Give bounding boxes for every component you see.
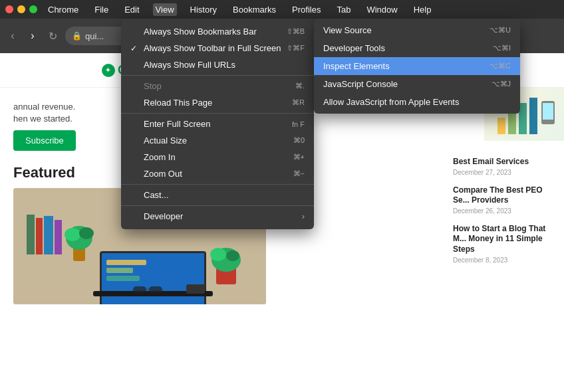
allow-js-apple-events-label: Allow JavaScript from Apple Events [323,97,459,107]
article-item-2: Compare The Best PEO Se... Providers Dec… [453,185,559,215]
menu-profiles[interactable]: Profiles [289,3,323,16]
dropdown-section-2: Stop ⌘. Reload This Page ⌘R [121,76,314,114]
menu-help[interactable]: Help [411,3,434,16]
javascript-console-label: JavaScript Console [323,79,398,89]
close-button[interactable] [5,5,13,13]
actual-size-shortcut: ⌘0 [293,136,305,145]
dev-inspect-elements[interactable]: Inspect Elements ⌥⌘C [314,57,520,75]
svg-rect-18 [106,268,133,273]
forward-button[interactable]: › [25,29,40,43]
dev-view-source[interactable]: View Source ⌥⌘U [314,21,520,39]
toolbar-shortcut: ⇧⌘F [287,44,305,52]
menu-enter-full-screen[interactable]: Enter Full Screen fn F [121,116,314,132]
menu-view[interactable]: View [153,3,177,16]
svg-rect-5 [543,103,553,120]
svg-rect-19 [106,276,140,281]
menu-stop[interactable]: Stop ⌘. [121,78,314,94]
toolbar-label: Always Show Toolbar in Full Screen [144,43,281,53]
articles-sidebar: Best Email Services December 27, 2023 Co… [448,151,564,278]
dropdown-section-1: Always Show Bookmarks Bar ⇧⌘B ✓ Always S… [121,21,314,76]
full-urls-label: Always Show Full URLs [144,60,235,70]
svg-rect-9 [44,216,53,254]
minimize-button[interactable] [17,5,25,13]
svg-rect-25 [186,284,205,294]
svg-rect-0 [497,118,505,134]
maximize-button[interactable] [29,5,37,13]
svg-rect-7 [27,215,35,254]
title-bar: Chrome File Edit View History Bookmarks … [0,0,564,19]
zoom-out-shortcut: ⌘− [293,169,305,178]
bookmarks-bar-shortcut: ⇧⌘B [287,27,305,36]
svg-point-23 [210,248,226,261]
menu-zoom-in[interactable]: Zoom In ⌘+ [121,149,314,165]
inspect-elements-label: Inspect Elements [323,61,390,71]
menu-bookmarks[interactable]: Bookmarks [230,3,279,16]
menu-developer[interactable]: Developer › [121,208,314,225]
stop-label: Stop [144,81,162,91]
dropdown-section-5: Developer › [121,206,314,227]
javascript-console-shortcut: ⌥⌘J [492,80,511,88]
back-button[interactable]: ‹ [5,29,20,43]
view-source-shortcut: ⌥⌘U [490,26,511,35]
dropdown-section-3: Enter Full Screen fn F Actual Size ⌘0 Zo… [121,114,314,185]
menu-tab[interactable]: Tab [334,3,353,16]
stop-shortcut: ⌘. [295,82,305,90]
menu-window[interactable]: Window [364,3,400,16]
svg-point-24 [226,250,239,261]
menu-edit[interactable]: Edit [122,3,142,16]
url-text: qui... [85,31,104,41]
menu-reload-this-page[interactable]: Reload This Page ⌘R [121,94,314,111]
article-date-3: December 8, 2023 [453,256,559,264]
svg-rect-8 [36,218,43,254]
dev-allow-javascript-apple-events[interactable]: Allow JavaScript from Apple Events [314,93,520,111]
reload-label: Reload This Page [144,98,212,108]
article-date-2: December 26, 2023 [453,207,559,215]
dropdown-section-4: Cast... [121,185,314,206]
check-toolbar: ✓ [130,44,141,53]
svg-rect-26 [133,286,146,293]
svg-rect-3 [529,98,537,134]
svg-rect-27 [149,286,162,293]
article-item-3: How to Start a Blog That M... Money in 1… [453,224,559,264]
developer-arrow-icon: › [302,211,305,221]
article-date-1: December 27, 2023 [453,169,559,176]
menu-always-show-full-urls[interactable]: Always Show Full URLs [121,56,314,73]
actual-size-label: Actual Size [144,136,187,146]
bookmarks-bar-label: Always Show Bookmarks Bar [144,27,257,37]
menu-always-show-bookmarks-bar[interactable]: Always Show Bookmarks Bar ⇧⌘B [121,23,314,40]
zoom-in-label: Zoom In [144,152,176,162]
developer-label: Developer [144,211,183,221]
developer-submenu: View Source ⌥⌘U Developer Tools ⌥⌘I Insp… [314,19,520,114]
menu-file[interactable]: File [92,3,111,16]
lock-icon: 🔒 [72,31,81,41]
article-item-1: Best Email Services December 27, 2023 [453,157,559,176]
menu-bar: Chrome File Edit View History Bookmarks … [45,3,434,16]
svg-point-14 [79,227,94,239]
article-title-1[interactable]: Best Email Services [453,157,559,167]
zoom-in-shortcut: ⌘+ [293,153,305,161]
traffic-lights [5,5,37,13]
reload-button[interactable]: ↻ [45,29,60,43]
developer-tools-label: Developer Tools [323,43,385,53]
inspect-elements-shortcut: ⌥⌘C [490,62,511,70]
menu-always-show-toolbar[interactable]: ✓ Always Show Toolbar in Full Screen ⇧⌘F [121,40,314,56]
svg-rect-17 [106,260,146,265]
menu-actual-size[interactable]: Actual Size ⌘0 [121,132,314,149]
dev-javascript-console[interactable]: JavaScript Console ⌥⌘J [314,75,520,93]
dev-developer-tools[interactable]: Developer Tools ⌥⌘I [314,39,520,57]
cast-label: Cast... [144,190,169,200]
full-screen-shortcut: fn F [292,120,305,128]
logo-icon: ✦ [102,64,115,77]
svg-rect-10 [55,220,62,254]
menu-zoom-out[interactable]: Zoom Out ⌘− [121,165,314,182]
article-title-2[interactable]: Compare The Best PEO Se... Providers [453,185,559,206]
developer-tools-shortcut: ⌥⌘I [493,44,511,52]
menu-history[interactable]: History [188,3,219,16]
menu-cast[interactable]: Cast... [121,187,314,203]
article-title-3[interactable]: How to Start a Blog That M... Money in 1… [453,224,559,255]
view-dropdown-menu: Always Show Bookmarks Bar ⇧⌘B ✓ Always S… [121,19,314,229]
view-source-label: View Source [323,25,372,35]
full-screen-label: Enter Full Screen [144,119,210,129]
subscribe-button[interactable]: Subscribe [13,130,76,151]
menu-chrome[interactable]: Chrome [45,3,81,16]
